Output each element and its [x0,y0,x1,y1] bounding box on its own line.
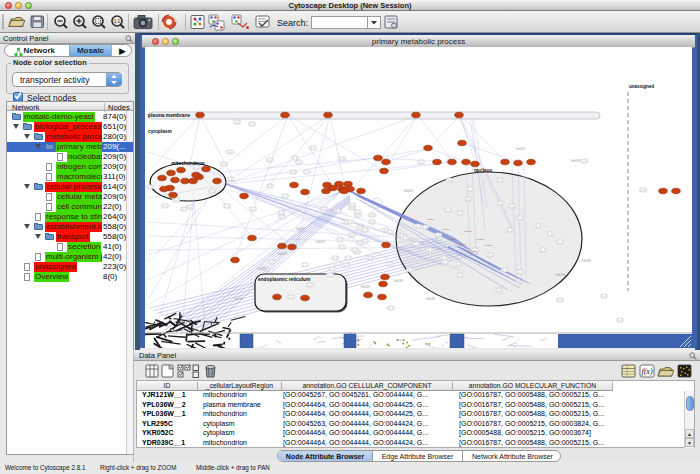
svg-text:(...): (...) [346,256,351,260]
svg-text:YLR295: YLR295 [476,238,485,240]
svg-text:(...): (...) [348,220,353,224]
svg-text:(...): (...) [368,256,373,260]
svg-text:(...): (...) [510,204,515,208]
svg-text:Ydr039: Ydr039 [233,297,243,301]
svg-text:(...): (...) [222,162,227,166]
svg-text:(...): (...) [536,224,541,228]
svg-text:(...): (...) [419,160,424,164]
svg-text:(...): (...) [541,248,546,252]
svg-text:(...): (...) [174,198,179,202]
svg-text:(...): (...) [340,157,345,161]
svg-text:(...): (...) [498,201,503,205]
svg-text:Ydr039: Ydr039 [581,259,591,263]
svg-text:endoplasmic reticulum: endoplasmic reticulum [258,277,310,282]
svg-text:Ydr039: Ydr039 [315,240,325,244]
svg-text:Ydr039: Ydr039 [425,297,435,301]
svg-text:unassigned: unassigned [629,84,654,89]
svg-text:(...): (...) [488,253,493,257]
svg-text:(...): (...) [370,220,375,224]
svg-text:(...): (...) [582,159,587,163]
svg-text:(...): (...) [408,268,413,272]
svg-text:(...): (...) [403,236,408,240]
svg-text:(...): (...) [235,120,240,124]
svg-text:(...): (...) [358,241,363,245]
svg-text:Ydr039: Ydr039 [570,159,580,163]
svg-text:(...): (...) [291,170,296,174]
svg-text:(...): (...) [163,204,168,208]
svg-text:(...): (...) [305,170,310,174]
svg-text:(...): (...) [602,294,607,298]
svg-text:(...): (...) [388,262,393,266]
svg-text:(...): (...) [423,225,428,229]
svg-text:(...): (...) [148,185,153,189]
svg-text:Ydr039: Ydr039 [403,189,413,193]
svg-text:(...): (...) [311,146,316,150]
svg-text:YLR295: YLR295 [426,218,435,220]
svg-text:(...): (...) [303,263,308,267]
svg-text:(...): (...) [436,233,441,237]
svg-text:(...): (...) [350,233,355,237]
svg-text:(...): (...) [344,263,349,267]
svg-text:(...): (...) [353,248,358,252]
svg-text:(...): (...) [456,262,461,266]
svg-text:(...): (...) [228,177,233,181]
svg-text:(...): (...) [388,230,393,234]
svg-text:YLR295: YLR295 [442,228,451,230]
svg-text:(...): (...) [428,248,433,252]
svg-text:(...): (...) [333,256,338,260]
svg-text:(...): (...) [363,228,368,232]
svg-text:(...): (...) [268,158,273,162]
svg-text:Ydr039: Ydr039 [393,279,403,283]
svg-text:(...): (...) [498,178,503,182]
svg-text:YLR295: YLR295 [484,244,493,246]
svg-text:(...): (...) [280,215,285,219]
svg-text:(...): (...) [356,210,361,214]
svg-text:(...): (...) [389,306,394,310]
svg-text:YLR295: YLR295 [468,250,477,252]
svg-text:(...): (...) [297,160,302,164]
svg-text:(...): (...) [289,295,294,299]
svg-text:(...): (...) [508,228,513,232]
svg-text:(...): (...) [250,122,255,126]
svg-text:(...): (...) [443,260,448,264]
svg-text:Ydr039: Ydr039 [360,285,370,289]
svg-text:(...): (...) [293,156,298,160]
svg-text:(...): (...) [558,298,563,302]
svg-text:(...): (...) [225,204,230,208]
svg-text:(...): (...) [518,216,523,220]
svg-text:(...): (...) [336,209,341,213]
svg-text:Ydr039: Ydr039 [257,267,267,271]
svg-text:Ydr039: Ydr039 [555,273,565,277]
svg-text:(...): (...) [448,178,453,182]
svg-text:(...): (...) [228,150,233,154]
svg-text:(...): (...) [466,197,471,201]
svg-text:(...): (...) [414,242,419,246]
svg-text:plasma membrane: plasma membrane [148,113,190,118]
svg-text:(...): (...) [458,273,463,277]
svg-text:(...): (...) [548,232,553,236]
svg-text:YLR295: YLR295 [458,243,467,245]
svg-text:cytoplasm: cytoplasm [148,129,172,134]
svg-text:Ydr039: Ydr039 [277,252,287,256]
svg-text:(...): (...) [518,270,523,274]
svg-text:(...): (...) [340,245,345,249]
svg-text:(...): (...) [188,205,193,209]
svg-text:(...): (...) [182,207,187,211]
svg-text:f(x): f(x) [641,367,652,376]
svg-text:(...): (...) [416,224,421,228]
svg-text:(...): (...) [330,267,335,271]
svg-text:(...): (...) [338,238,343,242]
svg-text:(...): (...) [283,194,288,198]
svg-text:YLR295: YLR295 [448,238,457,240]
svg-text:(...): (...) [308,283,313,287]
svg-text:(...): (...) [558,240,563,244]
svg-text:Search:: Search: [277,18,308,28]
svg-text:(...): (...) [497,288,502,292]
svg-text:(...): (...) [458,211,463,215]
svg-text:(...): (...) [503,268,508,272]
svg-text:(...): (...) [350,203,355,207]
svg-text:Ydr039: Ydr039 [515,147,525,151]
svg-text:(...): (...) [210,189,215,193]
svg-text:(...): (...) [328,273,333,277]
svg-text:(...): (...) [618,318,623,322]
